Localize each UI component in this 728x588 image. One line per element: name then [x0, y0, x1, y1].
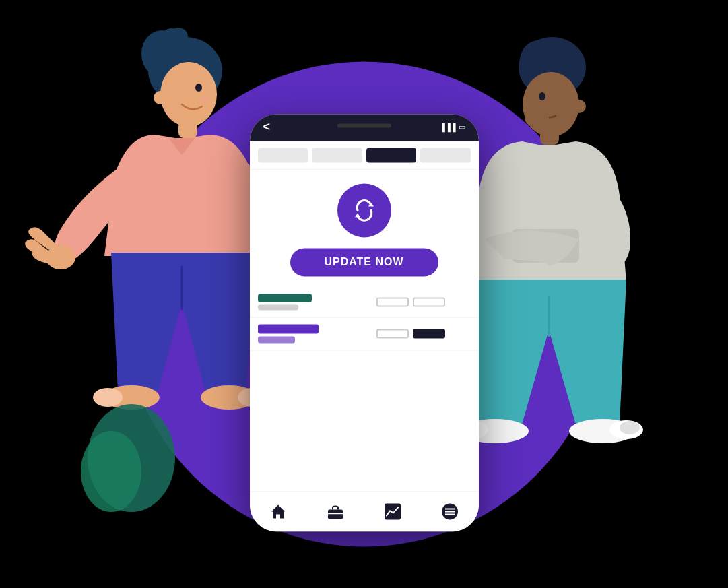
tab-3[interactable] [366, 148, 417, 162]
briefcase-nav-item[interactable] [323, 499, 348, 523]
svg-point-5 [195, 84, 202, 92]
nav-tabs [250, 141, 479, 170]
svg-rect-37 [385, 503, 401, 519]
status-bar: < ▐▐▐ ▭ [250, 114, 479, 141]
tab-4[interactable] [420, 148, 471, 162]
briefcase-icon [326, 502, 345, 521]
svg-rect-8 [178, 121, 197, 138]
signal-icons: ▐▐▐ ▭ [440, 123, 465, 131]
list-row [250, 287, 479, 317]
back-button[interactable]: < [263, 120, 271, 134]
chart-icon [383, 502, 402, 521]
list-area [250, 287, 479, 491]
tab-2[interactable] [312, 148, 362, 162]
refresh-icon [348, 194, 380, 226]
phone-mockup: < ▐▐▐ ▭ [250, 114, 479, 531]
scene: < ▐▐▐ ▭ [0, 0, 728, 588]
svg-point-20 [539, 92, 545, 100]
svg-point-16 [81, 431, 141, 512]
chart-nav-item[interactable] [380, 499, 405, 523]
left-cell-2 [258, 324, 371, 343]
update-section: UPDATE NOW [250, 170, 479, 287]
svg-rect-35 [328, 509, 343, 519]
left-cell-1 [258, 294, 371, 310]
menu-icon [440, 502, 459, 521]
bottom-nav [250, 491, 479, 531]
list-row [250, 317, 479, 350]
bar-outline-2 [413, 297, 445, 306]
svg-point-21 [572, 100, 586, 113]
bar-outline-3 [376, 329, 409, 338]
bar-purple-sm [258, 336, 295, 343]
svg-point-6 [154, 91, 167, 104]
svg-point-19 [523, 72, 579, 137]
svg-point-3 [169, 28, 188, 46]
home-icon [269, 502, 288, 521]
bar-green [258, 294, 312, 302]
notch [337, 123, 391, 127]
signal-bars-icon: ▐▐▐ [440, 123, 455, 131]
bar-dark [413, 329, 445, 338]
right-cell-2 [376, 329, 471, 338]
home-nav-item[interactable] [266, 499, 290, 523]
svg-point-12 [93, 388, 123, 407]
tab-1[interactable] [258, 148, 308, 162]
menu-nav-item[interactable] [438, 499, 462, 523]
svg-point-24 [525, 108, 549, 127]
bar-purple-big [258, 324, 319, 333]
right-cell-1 [376, 297, 471, 306]
bar-outline-1 [376, 297, 409, 306]
bar-line-1 [258, 304, 298, 310]
update-now-button[interactable]: UPDATE NOW [290, 248, 438, 276]
svg-rect-22 [540, 130, 559, 145]
battery-icon: ▭ [459, 123, 465, 131]
svg-point-7 [200, 96, 211, 103]
svg-point-4 [160, 62, 217, 127]
svg-point-31 [620, 421, 640, 434]
update-icon-circle [337, 183, 391, 237]
